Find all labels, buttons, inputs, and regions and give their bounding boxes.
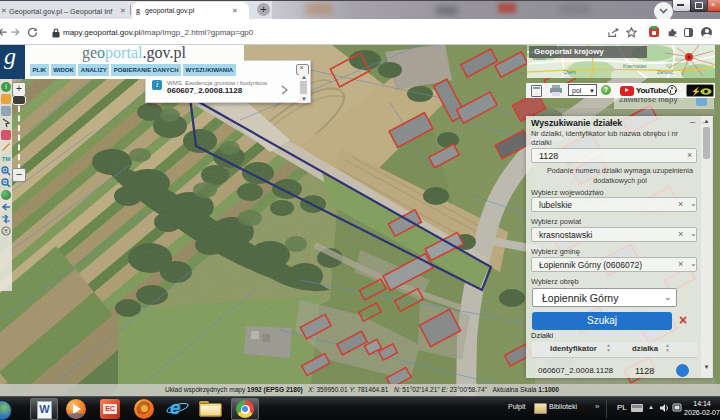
svg-text:Krasnystaw: Krasnystaw [623,64,647,69]
svg-text:Chełm: Chełm [563,70,576,75]
svg-text:Zamość: Zamość [657,70,674,75]
